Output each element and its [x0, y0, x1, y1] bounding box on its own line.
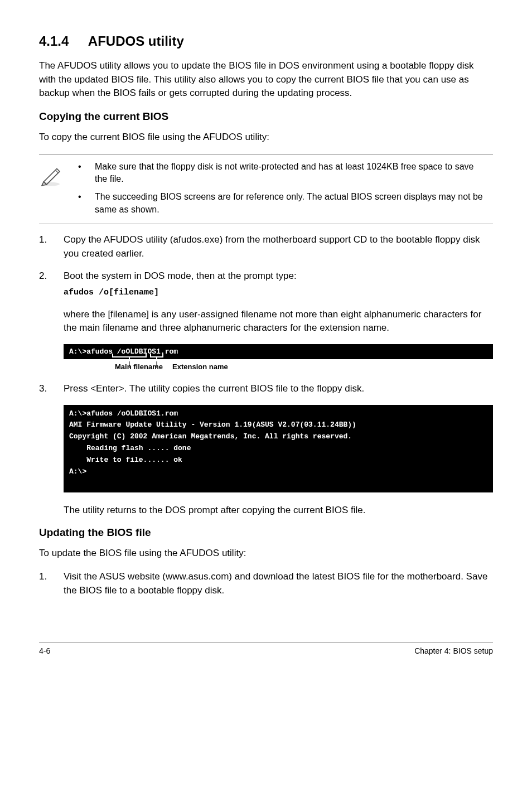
step-sub-paragraph: where the [filename] is any user-assigne…: [64, 308, 493, 335]
update-bios-heading: Updating the BIOS file: [39, 526, 493, 539]
step-text: Press <Enter>. The utility copies the cu…: [64, 382, 493, 396]
update-intro: To update the BIOS file using the AFUDOS…: [39, 547, 493, 561]
page-footer: 4-6 Chapter 4: BIOS setup: [39, 642, 493, 655]
intro-paragraph: The AFUDOS utility allows you to update …: [39, 59, 493, 100]
chapter-title: Chapter 4: BIOS setup: [414, 646, 493, 655]
page-number: 4-6: [39, 646, 50, 655]
update-step-1: 1. Visit the ASUS website (www.asus.com)…: [39, 570, 493, 597]
step-text: Boot the system in DOS mode, then at the…: [64, 270, 297, 281]
note-text: The succeeding BIOS screens are for refe…: [95, 191, 487, 216]
step-text: Copy the AFUDOS utility (afudos.exe) fro…: [64, 233, 493, 260]
terminal-output: A:\>afudos /oOLDBIOS1.rom AMI Firmware U…: [64, 405, 493, 493]
note-text: Make sure that the floppy disk is not wr…: [95, 161, 487, 186]
code-snippet: afudos /o[filename]: [64, 287, 493, 299]
step-1: 1. Copy the AFUDOS utility (afudos.exe) …: [39, 233, 493, 260]
section-heading: 4.1.4 AFUDOS utility: [39, 33, 493, 49]
step-text: Visit the ASUS website (www.asus.com) an…: [64, 570, 493, 597]
copy-bios-heading: Copying the current BIOS: [39, 110, 493, 123]
heading-number: 4.1.4: [39, 33, 69, 49]
step-number: 3.: [39, 382, 64, 396]
step-2: 2. Boot the system in DOS mode, then at …: [39, 269, 493, 335]
bullet-icon: •: [78, 161, 95, 186]
note-item: • Make sure that the floppy disk is not …: [78, 161, 487, 186]
filename-bracket-icon: [112, 354, 173, 369]
note-box: • Make sure that the floppy disk is not …: [39, 154, 493, 225]
step-number: 1.: [39, 233, 64, 260]
pencil-note-icon: [39, 161, 78, 190]
note-item: • The succeeding BIOS screens are for re…: [78, 191, 487, 216]
after-text: The utility returns to the DOS prompt af…: [39, 504, 493, 518]
after-para: The utility returns to the DOS prompt af…: [64, 504, 493, 518]
step-number: 1.: [39, 570, 64, 597]
step-3: 3. Press <Enter>. The utility copies the…: [39, 382, 493, 396]
extension-name-label: Extension name: [172, 363, 228, 371]
step-number: 2.: [39, 269, 64, 335]
copy-intro: To copy the current BIOS file using the …: [39, 131, 493, 144]
bullet-icon: •: [78, 191, 95, 216]
heading-title: AFUDOS utility: [88, 33, 184, 49]
